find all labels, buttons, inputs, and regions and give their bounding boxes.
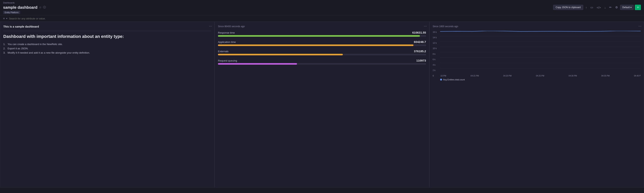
metric-bar-fill [218, 63, 297, 65]
y-label: 4 k [433, 64, 439, 66]
y-label: 12 k [433, 42, 439, 44]
list-item: Export it as JSON. [3, 46, 211, 51]
filter-icon: ≡ [3, 17, 5, 20]
header-actions: Copy JSON to clipboard ↑ ▭ </> ↓ ✏ ⚙ Def… [553, 5, 641, 10]
y-label: 2 k [433, 69, 439, 72]
metric-bar-fill [218, 54, 343, 55]
legend-dot [440, 79, 442, 80]
edit-button[interactable]: ✏ [608, 5, 613, 10]
page-title: sample dashboard [3, 5, 38, 10]
entity-badge-container: Entity Platform [3, 10, 641, 14]
panel2-subtitle: Since 86400 seconds ago [218, 25, 426, 28]
title-row: sample dashboard ☆ ⓘ Copy JSON to clipbo… [3, 5, 641, 10]
x-label: 04:25 PM [536, 75, 544, 77]
metrics-container: Response time 610631.55 Application time… [218, 31, 426, 65]
panel2-menu-button[interactable]: ⋯ [424, 24, 427, 28]
x-label: 04:15 PM [470, 75, 479, 77]
chart-x-labels: :10 PM04:15 PM04:20 PM04:25 PM04:30 PM04… [440, 75, 641, 77]
metric-bar-fill [218, 44, 414, 46]
default-label: Default [622, 6, 630, 9]
divider [3, 31, 211, 31]
list-item: Modify it if needed and add it as a new … [3, 51, 211, 55]
filter-input[interactable] [9, 17, 641, 20]
metric-bar-bg [218, 35, 426, 37]
x-label: 04:35 PM [601, 75, 610, 77]
chart-area: 02 k4 k6 k8 k10 k12 k14 k16 k [433, 31, 641, 81]
default-dropdown[interactable]: Default ▾ [620, 5, 634, 10]
y-label: 0 [433, 74, 439, 77]
metric-label: Externals [218, 50, 228, 53]
code-button[interactable]: </> [596, 5, 602, 10]
metric-bar-fill [218, 35, 420, 37]
metric-header: Response time 610631.55 [218, 31, 426, 34]
title-left: sample dashboard ☆ ⓘ [3, 5, 46, 10]
text-panel: ⋯ This is a sample dashboard Dashboard w… [0, 22, 214, 188]
y-label: 14 k [433, 36, 439, 39]
y-label: 6 k [433, 58, 439, 60]
add-button[interactable]: + [635, 5, 641, 10]
list-item: You can create a dashboard in the NewRel… [3, 42, 211, 46]
metric-row: Request queuing 110973 [218, 59, 426, 65]
y-label: 16 k [433, 31, 439, 33]
metric-label: Application time [218, 40, 236, 44]
metric-row: Externals 376185.2 [218, 50, 426, 55]
panel3-subtitle: Since 1800 seconds ago [433, 25, 641, 28]
monitor-button[interactable]: ▭ [589, 5, 594, 10]
chart-legend: Avg Entities.total.count [440, 78, 641, 81]
star-icon[interactable]: ☆ [39, 6, 42, 9]
metric-bar-bg [218, 44, 426, 46]
info-icon[interactable]: ⓘ [43, 6, 46, 9]
x-label: 04:30 PM [569, 75, 577, 77]
metric-value: 604248.7 [414, 40, 426, 44]
panel1-main-heading: Dashboard with important information abo… [3, 34, 211, 40]
metric-bar-bg [218, 63, 426, 65]
x-label: :10 PM [440, 75, 446, 77]
panel1-heading: This is a sample dashboard [3, 25, 211, 28]
chart-svg-container [440, 31, 641, 74]
metric-value: 610631.55 [412, 31, 426, 34]
chart-svg [440, 31, 641, 74]
filter-chevron-icon: ▾ [6, 17, 8, 20]
chart-panel: ⋯ Since 1800 seconds ago 02 k4 k6 k8 k10… [430, 22, 644, 188]
metric-label: Request queuing [218, 59, 237, 62]
dashboard-grid: ⋯ This is a sample dashboard Dashboard w… [0, 22, 644, 188]
legend-label: Avg Entities.total.count [443, 78, 465, 81]
settings-button[interactable]: ⚙ [614, 5, 619, 10]
y-label: 8 k [433, 53, 439, 55]
copy-json-button[interactable]: Copy JSON to clipboard [553, 5, 583, 10]
share-button[interactable]: ↑ [584, 5, 588, 10]
metric-value: 376185.2 [414, 50, 426, 53]
metric-header: Application time 604248.7 [218, 40, 426, 44]
page-header: Dashboards sample dashboard ☆ ⓘ Copy JSO… [0, 0, 644, 15]
chevron-down-icon: ▾ [630, 6, 632, 9]
download-button[interactable]: ↓ [603, 5, 607, 10]
metric-label: Response time [218, 31, 235, 34]
entity-badge: Entity Platform [3, 11, 20, 14]
chart-y-labels: 02 k4 k6 k8 k10 k12 k14 k16 k [433, 31, 439, 77]
y-label: 10 k [433, 47, 439, 50]
filter-bar: ≡ ▾ [0, 15, 644, 22]
breadcrumb: Dashboards [3, 2, 641, 4]
metrics-panel: ⋯ Since 86400 seconds ago Response time … [214, 22, 429, 188]
metric-header: Request queuing 110973 [218, 59, 426, 62]
metric-row: Application time 604248.7 [218, 40, 426, 46]
panel1-menu-button[interactable]: ⋯ [209, 24, 212, 28]
panel1-list: You can create a dashboard in the NewRel… [3, 42, 211, 55]
x-label: 04:40 P [634, 75, 641, 77]
metric-row: Response time 610631.55 [218, 31, 426, 37]
metric-value: 110973 [416, 59, 426, 62]
metric-bar-bg [218, 54, 426, 55]
x-label: 04:20 PM [503, 75, 512, 77]
panel3-menu-button[interactable]: ⋯ [638, 24, 642, 28]
metric-header: Externals 376185.2 [218, 50, 426, 53]
